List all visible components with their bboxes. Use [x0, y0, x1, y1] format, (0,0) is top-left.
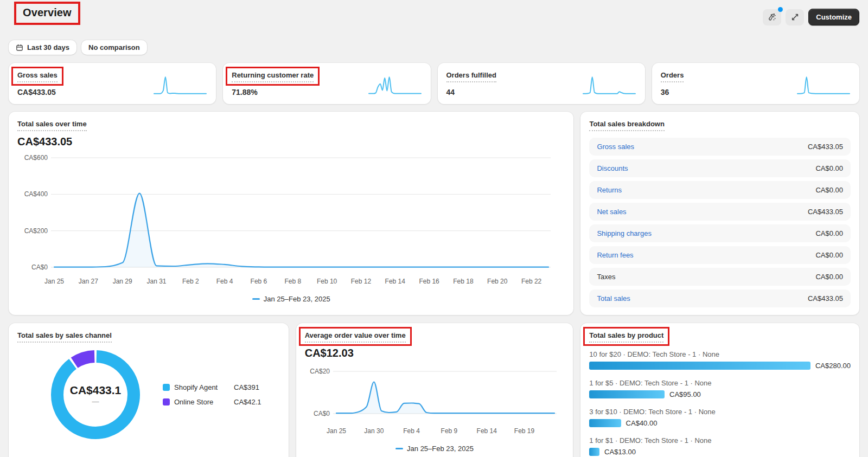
aov-line-chart: CA$0CA$20Jan 25Jan 30Feb 4Feb 9Feb 14Feb… — [305, 362, 558, 437]
product-label: 1 for $5 · DEMO: Tech Store - 1 · None — [589, 379, 851, 387]
annotation-box-aov: Average order value over time — [299, 327, 412, 346]
total-sales-breakdown-title[interactable]: Total sales breakdown — [589, 120, 664, 131]
x-axis-tick-label: Feb 6 — [251, 278, 267, 285]
donut-chart: CA$433.1 — — [49, 348, 142, 441]
breakdown-value: CA$433.05 — [808, 208, 843, 216]
kpi-card-returning-customer-rate: Returning customer rate71.88% — [223, 63, 430, 104]
annotation-box-overview: Overview — [14, 2, 80, 25]
sales-by-channel-title[interactable]: Total sales by sales channel — [17, 331, 112, 343]
channel-value: CA$391 — [234, 383, 259, 391]
topbar-actions: Customize — [763, 9, 859, 25]
notification-dot — [778, 7, 783, 12]
bottom-row: Total sales by sales channel CA$433.1 — … — [9, 323, 859, 457]
breakdown-value: CA$0.00 — [815, 273, 843, 281]
kpi-label[interactable]: Gross sales — [17, 71, 58, 82]
channel-name: Online Store — [174, 398, 234, 406]
channel-value: CA$42.1 — [234, 398, 261, 406]
y-axis-tick-label: CA$600 — [24, 154, 48, 162]
kpi-sparkline — [796, 75, 851, 96]
product-value: CA$95.00 — [669, 390, 701, 398]
sales-by-product-title[interactable]: Total sales by product — [589, 331, 663, 343]
donut-area: CA$433.1 — Shopify AgentCA$391Online Sto… — [17, 348, 280, 441]
breakdown-metric-link[interactable]: Shipping charges — [597, 229, 651, 237]
y-axis-tick-label: CA$400 — [24, 190, 48, 198]
customize-button[interactable]: Customize — [808, 9, 859, 25]
x-axis-tick-label: Jan 27 — [79, 278, 98, 285]
product-bar-row: CA$280.00 — [589, 362, 851, 370]
comparison-chip[interactable]: No comparison — [81, 40, 147, 55]
channel-legend-row: Online StoreCA$42.1 — [163, 398, 261, 406]
aov-chart-legend: Jan 25–Feb 23, 2025 — [305, 445, 565, 453]
annotation-box: Gross sales — [11, 67, 63, 86]
total-sales-breakdown-card: Total sales breakdown Gross salesCA$433.… — [580, 112, 859, 315]
kpi-value: 36 — [661, 88, 684, 96]
expand-diagonal-icon — [791, 13, 799, 21]
kpi-label[interactable]: Orders — [661, 71, 684, 82]
page-title: Overview — [23, 7, 72, 19]
breakdown-metric-link[interactable]: Net sales — [597, 208, 626, 216]
breakdown-metric-link[interactable]: Total sales — [597, 294, 630, 302]
breakdown-value: CA$433.05 — [808, 294, 843, 302]
breakdown-row: TaxesCA$0.00 — [589, 268, 851, 286]
channel-legend-row: Shopify AgentCA$391 — [163, 383, 261, 391]
breakdown-value: CA$0.00 — [815, 186, 843, 194]
x-axis-tick-label: Feb 19 — [514, 427, 535, 435]
channel-legend: Shopify AgentCA$391Online StoreCA$42.1 — [163, 383, 261, 406]
y-axis-tick-label: CA$20 — [310, 368, 330, 375]
total-sales-over-time-title[interactable]: Total sales over time — [17, 120, 87, 131]
legend-label: Jan 25–Feb 23, 2025 — [264, 295, 330, 303]
x-axis-tick-label: Feb 12 — [351, 278, 372, 285]
aov-legend-label: Jan 25–Feb 23, 2025 — [407, 445, 474, 453]
kpi-label-wrap: Orders — [661, 70, 684, 82]
kpi-label[interactable]: Returning customer rate — [232, 71, 314, 82]
kpi-row: Gross salesCA$433.05Returning customer r… — [9, 63, 859, 104]
product-bar-row: CA$40.00 — [589, 419, 851, 427]
x-axis-tick-label: Feb 22 — [521, 278, 542, 285]
breakdown-metric-label: Taxes — [597, 273, 615, 281]
breakdown-row: Shipping chargesCA$0.00 — [589, 224, 851, 242]
product-label: 1 for $1 · DEMO: Tech Store - 1 · None — [589, 436, 851, 445]
product-bar — [589, 362, 810, 370]
analytics-overview-page: Overview — [0, 0, 868, 457]
breakdown-metric-link[interactable]: Return fees — [597, 251, 633, 259]
breakdown-value: CA$433.05 — [808, 143, 843, 151]
breakdown-row: ReturnsCA$0.00 — [589, 181, 851, 199]
x-axis-tick-label: Feb 16 — [419, 278, 439, 285]
insights-magic-button[interactable] — [763, 9, 781, 25]
product-label: 3 for $10 · DEMO: Tech Store - 1 · None — [589, 408, 851, 416]
y-axis-tick-label: CA$0 — [31, 263, 48, 271]
kpi-left: Orders36 — [661, 70, 684, 96]
x-axis-tick-label: Feb 20 — [487, 278, 508, 285]
magic-insights-icon — [768, 12, 777, 22]
kpi-card-orders: Orders36 — [652, 63, 859, 104]
sales-by-channel-card: Total sales by sales channel CA$433.1 — … — [9, 323, 289, 457]
date-range-chip[interactable]: Last 30 days — [9, 40, 76, 55]
x-axis-tick-label: Feb 4 — [403, 427, 420, 435]
product-value: CA$13.00 — [604, 448, 636, 456]
breakdown-metric-link[interactable]: Gross sales — [597, 143, 634, 151]
total-sales-line-chart: CA$0CA$200CA$400CA$600Jan 25Jan 27Jan 29… — [17, 151, 552, 288]
kpi-label[interactable]: Orders fulfilled — [446, 71, 496, 82]
total-sales-over-time-card: Total sales over time CA$433.05 CA$0CA$2… — [9, 112, 573, 315]
kpi-left: Gross salesCA$433.05 — [17, 70, 58, 96]
product-row: 1 for $5 · DEMO: Tech Store - 1 · NoneCA… — [589, 379, 851, 398]
channel-name: Shopify Agent — [174, 383, 234, 391]
breakdown-metric-link[interactable]: Returns — [597, 186, 622, 194]
product-row: 10 for $20 · DEMO: Tech Store - 1 · None… — [589, 350, 851, 370]
x-axis-tick-label: Feb 10 — [317, 278, 337, 285]
average-order-value-title[interactable]: Average order value over time — [305, 331, 406, 343]
x-axis-tick-label: Feb 14 — [385, 278, 406, 285]
donut-center-sub: — — [92, 397, 99, 405]
chart-legend: Jan 25–Feb 23, 2025 — [17, 295, 565, 303]
filter-chips: Last 30 days No comparison — [9, 40, 859, 55]
x-axis-tick-label: Feb 9 — [441, 427, 457, 435]
breakdown-row: Return feesCA$0.00 — [589, 246, 851, 264]
legend-dash-icon — [395, 448, 403, 449]
kpi-card-orders-fulfilled: Orders fulfilled44 — [438, 63, 645, 104]
expand-fullscreen-button[interactable] — [786, 9, 804, 25]
annotation-box: Returning customer rate — [226, 67, 320, 86]
main-row: Total sales over time CA$433.05 CA$0CA$2… — [9, 112, 859, 315]
product-row: 1 for $1 · DEMO: Tech Store - 1 · NoneCA… — [589, 436, 851, 456]
breakdown-metric-link[interactable]: Discounts — [597, 164, 628, 172]
comparison-label: No comparison — [88, 43, 140, 52]
